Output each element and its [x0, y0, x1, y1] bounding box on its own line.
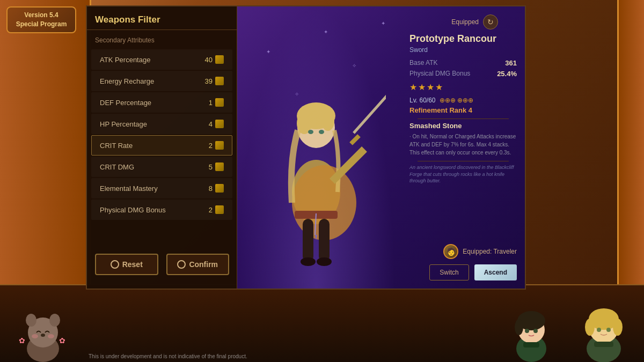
svg-point-13 — [301, 257, 316, 266]
reset-button[interactable]: Reset — [95, 254, 158, 275]
confirm-icon — [177, 260, 186, 269]
chibi-container: ✿ ✿ — [0, 284, 644, 362]
svg-rect-41 — [594, 342, 613, 347]
ascend-button[interactable]: Ascend — [474, 264, 517, 280]
weapon-action-buttons: Switch Ascend — [429, 264, 517, 280]
svg-rect-11 — [303, 219, 313, 262]
svg-point-5 — [321, 112, 334, 131]
filter-item-crit-rate-label: CRIT Rate — [100, 142, 133, 150]
char-mini-icon: 🧑 — [443, 244, 458, 259]
weapon-type: Sword — [409, 46, 517, 54]
divider-1 — [418, 119, 509, 119]
filter-item-energy-label: Energy Recharge — [100, 77, 154, 85]
chibi-right1-svg — [507, 300, 555, 362]
filter-item-phys[interactable]: Physical DMG Bonus 2 — [91, 200, 232, 220]
chibi-right1 — [504, 298, 558, 362]
svg-point-40 — [606, 328, 611, 332]
weapon-stars: ★★★★ — [409, 82, 517, 92]
divider-2 — [418, 161, 509, 161]
filter-item-def-count: 1 — [209, 98, 224, 107]
filter-item-hp-label: HP Percentage — [100, 120, 147, 128]
weapon-flavor-text: An ancient longsword discovered in the B… — [409, 164, 517, 184]
weapon-skill-name: Smashed Stone — [409, 122, 517, 130]
filter-item-phys-label: Physical DMG Bonus — [100, 206, 166, 214]
count-icon-3 — [215, 98, 224, 107]
base-atk-row: Base ATK 361 — [409, 59, 517, 67]
confirm-label: Confirm — [189, 260, 218, 269]
chibi-left: ✿ ✿ — [11, 298, 75, 362]
character-svg — [246, 53, 386, 278]
filter-item-hp-count: 4 — [209, 120, 224, 128]
reset-icon — [111, 260, 119, 269]
left-arch-decoration — [0, 0, 91, 284]
filter-item-phys-count: 2 — [209, 205, 224, 214]
svg-point-32 — [533, 329, 538, 333]
filter-item-def[interactable]: DEF Percentage 1 — [91, 92, 232, 113]
svg-rect-12 — [319, 219, 330, 262]
reset-label: Reset — [122, 260, 143, 269]
version-badge: Version 5.4 Special Program — [6, 6, 76, 33]
svg-point-39 — [597, 328, 601, 332]
filter-item-em-label: Elemental Mastery — [100, 184, 158, 193]
version-line1: Version 5.4 — [13, 11, 70, 20]
version-line2: Special Program — [13, 20, 70, 29]
bottom-bar: ✿ ✿ — [0, 284, 644, 362]
chibi-left-svg: ✿ ✿ — [16, 303, 70, 362]
weapon-level: Lv. 60/60 ⊕⊕⊕ ⊕⊕⊕ — [409, 97, 517, 104]
svg-line-10 — [351, 136, 359, 144]
svg-text:✿: ✿ — [19, 336, 25, 345]
base-atk-label: Base ATK — [409, 59, 437, 67]
svg-point-37 — [585, 319, 595, 336]
filter-item-crit-dmg-count: 5 — [209, 162, 224, 171]
svg-point-22 — [41, 334, 45, 337]
filter-item-crit-rate[interactable]: CRIT Rate 2 — [91, 135, 232, 156]
equipped-char-area: 🧑 Equipped: Traveler — [443, 244, 517, 259]
filter-item-hp[interactable]: HP Percentage 4 — [91, 114, 232, 134]
svg-point-30 — [515, 319, 523, 335]
filter-button-row: Reset Confirm — [87, 246, 237, 283]
filter-item-em-count: 8 — [209, 184, 224, 193]
svg-point-21 — [49, 314, 60, 327]
switch-button[interactable]: Switch — [429, 264, 469, 280]
filter-item-crit-rate-count: 2 — [209, 141, 224, 150]
count-icon-5 — [215, 141, 224, 150]
chibi-right2-svg — [577, 298, 631, 362]
svg-point-7 — [319, 130, 324, 134]
svg-point-20 — [26, 314, 36, 327]
svg-point-23 — [32, 334, 38, 338]
level-text: Lv. 60/60 — [409, 97, 435, 104]
count-icon-2 — [215, 77, 224, 85]
chibi-right2 — [574, 298, 633, 362]
count-icon-7 — [215, 184, 224, 193]
filter-item-crit-dmg[interactable]: CRIT DMG 5 — [91, 157, 232, 177]
svg-point-31 — [525, 329, 529, 333]
filter-item-atk-label: ATK Percentage — [100, 56, 150, 64]
right-arch-decoration — [617, 0, 644, 284]
phys-dmg-label: Physical DMG Bonus — [409, 70, 470, 78]
phys-dmg-row: Physical DMG Bonus 25.4% — [409, 70, 517, 78]
count-icon-8 — [215, 205, 224, 214]
filter-sidebar: Weapons Filter Secondary Attributes ATK … — [87, 6, 237, 289]
weapon-refinement: Refinement Rank 4 — [409, 106, 517, 114]
base-atk-value: 361 — [505, 59, 517, 67]
count-icon — [215, 55, 224, 64]
main-panel: Weapons Filter Secondary Attributes ATK … — [86, 5, 526, 290]
count-icon-6 — [215, 162, 224, 171]
weapon-skill-desc: · On hit, Normal or Charged Attacks incr… — [409, 132, 517, 157]
confirm-button[interactable]: Confirm — [166, 254, 230, 275]
filter-subtitle: Secondary Attributes — [87, 34, 237, 48]
svg-text:✿: ✿ — [59, 336, 65, 345]
equipped-char-label: Equipped: Traveler — [463, 248, 517, 255]
filter-title: Weapons Filter — [87, 14, 237, 30]
svg-line-9 — [354, 85, 386, 133]
filter-item-em[interactable]: Elemental Mastery 8 — [91, 178, 232, 198]
svg-rect-33 — [523, 342, 539, 348]
notice-text: This is under development and is not ind… — [89, 353, 247, 359]
character-display — [237, 6, 396, 289]
filter-item-energy[interactable]: Energy Recharge 39 — [91, 71, 232, 91]
filter-item-def-label: DEF Percentage — [100, 99, 151, 107]
filter-item-atk[interactable]: ATK Percentage 40 — [91, 49, 232, 70]
svg-point-38 — [613, 319, 623, 336]
weapon-info-panel: Prototype Rancour Sword Base ATK 361 Phy… — [409, 14, 517, 184]
svg-point-14 — [317, 257, 332, 266]
